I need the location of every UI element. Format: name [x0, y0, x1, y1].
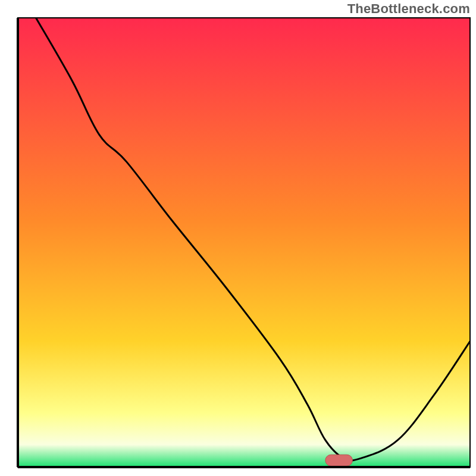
gradient-background: [18, 18, 470, 467]
chart-svg: [0, 0, 476, 476]
bottleneck-chart: TheBottleneck.com: [0, 0, 476, 476]
optimal-marker: [325, 455, 353, 466]
